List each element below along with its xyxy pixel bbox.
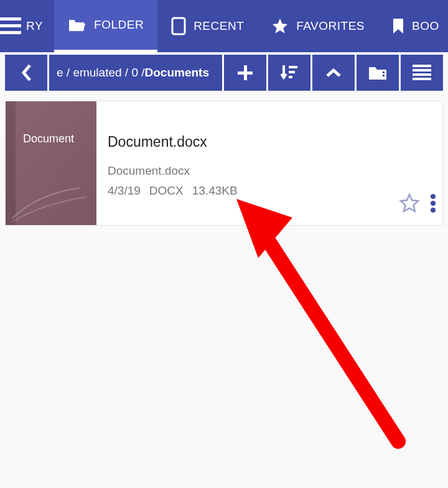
svg-rect-14 [413,78,431,80]
svg-rect-6 [289,66,297,68]
file-list: Document Document.docx Document.docx 4/3… [0,93,448,233]
svg-rect-10 [383,75,385,76]
document-icon [171,17,186,35]
tab-folder[interactable]: FOLDER [54,0,157,52]
svg-rect-12 [413,69,431,71]
plus-icon [236,64,254,81]
file-subtitle: Document.docx [108,164,432,178]
tab-library-partial[interactable]: RY [21,0,54,52]
tab-recent[interactable]: RECENT [157,0,258,52]
add-button[interactable] [224,55,266,91]
thumbnail-swoosh-icon [6,182,96,225]
dots-vertical-icon [430,193,436,214]
tab-bookmarks-partial[interactable]: BOO [378,0,448,52]
hamburger-icon [0,17,21,35]
thumbnail-label: Document [23,132,74,145]
star-icon [271,17,289,35]
bookmark-icon [392,17,404,35]
tab-label: BOO [412,19,439,33]
sort-button[interactable] [268,55,310,91]
tab-label: RY [26,19,43,33]
svg-line-18 [261,230,398,441]
file-info: Document.docx Document.docx 4/3/19 DOCX … [96,101,442,225]
svg-rect-8 [289,76,292,78]
svg-rect-2 [0,31,21,34]
file-meta: 4/3/19 DOCX 13.43KB [108,184,432,198]
chevron-left-icon [20,63,32,83]
star-outline-icon [399,193,420,214]
breadcrumb-current: Documents [145,66,209,80]
hamburger-menu-button[interactable] [0,0,21,52]
svg-rect-0 [0,17,21,21]
up-button[interactable] [312,55,355,91]
tab-label: FOLDER [94,18,144,32]
back-button[interactable] [5,55,47,91]
svg-rect-13 [413,73,431,76]
folder-icon [368,65,388,81]
svg-rect-5 [238,71,253,75]
svg-point-15 [431,194,436,199]
svg-rect-9 [383,71,385,73]
item-menu-button[interactable] [430,193,436,214]
top-nav: RY FOLDER RECENT FAVORITES BOO [0,0,448,52]
folder-view-button[interactable] [357,55,399,91]
svg-rect-1 [0,24,21,27]
svg-point-17 [431,208,436,213]
tab-label: FAVORITES [296,19,365,33]
svg-point-16 [431,201,436,206]
folder-open-icon [68,17,86,32]
file-date: 4/3/19 [108,184,141,198]
svg-rect-11 [413,65,431,67]
file-thumbnail: Document [6,101,96,225]
file-size: 13.43KB [192,184,238,198]
file-item[interactable]: Document Document.docx Document.docx 4/3… [5,101,443,226]
list-view-button[interactable] [401,55,443,91]
svg-rect-7 [289,71,295,73]
tab-label: RECENT [194,19,244,33]
file-actions [399,193,436,214]
file-title: Document.docx [108,134,432,150]
file-type: DOCX [149,184,184,198]
tab-favorites[interactable]: FAVORITES [258,0,378,52]
breadcrumb[interactable]: e / emulated / 0 / Documents [49,55,222,91]
chevron-up-icon [325,67,342,78]
list-icon [413,65,431,81]
breadcrumb-path: e / emulated / 0 / [57,66,145,80]
sort-icon [280,64,299,81]
favorite-button[interactable] [399,193,420,214]
toolbar: e / emulated / 0 / Documents [0,52,448,93]
svg-rect-3 [172,18,185,34]
